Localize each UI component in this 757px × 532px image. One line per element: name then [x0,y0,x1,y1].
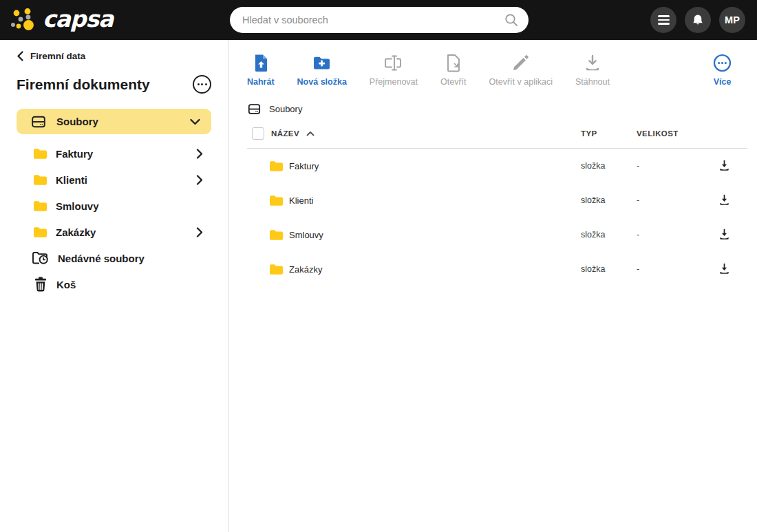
toolbar-button-label: Přejmenovat [370,77,418,87]
toolbar-button-label: Otevřít [440,77,467,87]
file-name[interactable]: Klienti [289,195,313,206]
sidebar-item-label: Koš [56,279,76,290]
sidebar-item-faktury[interactable]: Faktury [0,140,228,167]
download-icon [584,54,601,72]
upload-button[interactable]: Nahrát [247,54,275,87]
column-header-name[interactable]: NÁZEV [271,129,299,138]
file-type: složka [581,161,637,171]
files-table: NÁZEV TYP VELIKOST Faktury [247,127,747,286]
search-icon[interactable] [504,12,519,28]
location-breadcrumb[interactable]: Soubory [247,102,757,116]
folder-options-button[interactable] [193,75,211,94]
new-folder-button[interactable]: Nová složka [297,54,347,87]
bell-icon [691,13,705,27]
trash-icon [33,276,48,292]
folder-icon [269,160,284,172]
sidebar-nav: Soubory Faktury [0,109,228,297]
folder-icon [33,174,47,186]
select-all-checkbox[interactable] [252,127,264,140]
download-button[interactable]: Stáhnout [575,54,610,87]
row-download-button[interactable] [718,194,730,206]
notifications-button[interactable] [685,7,711,33]
file-type: složka [581,264,637,274]
sort-asc-icon[interactable] [306,131,314,136]
sidebar-item-nedavne-soubory[interactable]: Nedávné soubory [0,245,228,271]
file-name[interactable]: Smlouvy [289,230,323,240]
file-size: - [637,230,718,240]
open-in-app-button[interactable]: Otevřít v aplikaci [489,54,553,87]
search-bar[interactable] [230,7,529,33]
folder-icon [269,229,284,241]
sidebar-item-label: Soubory [56,116,98,127]
file-toolbar: Nahrát Nová složka [228,40,757,87]
row-download-button[interactable] [718,160,730,172]
toolbar-button-label: Nová složka [297,77,347,87]
chevron-down-icon[interactable] [190,118,200,125]
avatar-button[interactable]: MP [719,7,745,33]
sidebar-item-label: Zakázky [56,226,96,238]
page-title: Firemní dokumenty [17,76,150,93]
table-row[interactable]: Faktury složka - [247,149,747,183]
sidebar-item-label: Smlouvy [56,200,99,212]
file-name[interactable]: Zakázky [289,264,322,275]
row-download-button[interactable] [718,228,730,241]
chevron-left-icon [17,51,24,61]
drive-icon [247,102,262,116]
column-header-size[interactable]: VELIKOST [637,129,718,138]
sidebar-item-kos[interactable]: Koš [0,271,228,297]
folder-icon [269,195,284,206]
more-button-label: Více [714,77,732,87]
toolbar-button-label: Stáhnout [575,77,610,87]
sidebar-item-klienti[interactable]: Klienti [0,167,228,193]
folder-icon [33,148,47,160]
recent-files-icon [32,251,50,266]
toolbar-button-label: Nahrát [247,77,275,87]
topbar: capsa MP [0,0,757,40]
upload-file-icon [253,54,269,72]
file-size: - [637,195,718,205]
sidebar-item-label: Faktury [56,148,93,160]
sidebar-item-zakazky[interactable]: Zakázky [0,219,228,245]
new-folder-icon [312,54,331,72]
file-size: - [637,264,718,274]
rename-button[interactable]: Přejmenovat [370,54,418,87]
brand-logo[interactable]: capsa [10,6,113,35]
breadcrumb-label: Firemní data [30,51,85,61]
avatar-initials: MP [725,14,740,25]
sidebar: Firemní data Firemní dokumenty Soub [0,40,228,532]
chevron-right-icon[interactable] [196,227,203,237]
more-button[interactable]: Více [713,54,732,87]
folder-icon [33,200,47,212]
sidebar-item-smlouvy[interactable]: Smlouvy [0,193,228,219]
sidebar-item-soubory[interactable]: Soubory [17,109,211,134]
search-input[interactable] [242,14,504,25]
folder-icon [269,264,284,275]
column-header-type[interactable]: TYP [581,129,637,138]
open-in-app-icon [511,54,530,72]
row-download-button[interactable] [718,263,730,275]
table-row[interactable]: Smlouvy složka - [247,217,747,252]
logo-dots-icon [10,6,37,34]
chevron-right-icon[interactable] [196,175,203,185]
more-ellipsis-icon [713,54,732,72]
breadcrumb-back[interactable]: Firemní data [17,51,228,61]
location-label: Soubory [269,104,302,114]
sidebar-item-label: Klienti [56,174,87,186]
toolbar-button-label: Otevřít v aplikaci [489,77,553,87]
hamburger-icon [658,15,670,24]
topbar-actions: MP [650,7,745,33]
table-row[interactable]: Zakázky složka - [247,252,747,286]
folder-icon [33,226,47,238]
brand-name: capsa [43,6,113,35]
drive-icon [30,114,47,130]
ellipsis-icon [198,83,200,85]
menu-button[interactable] [650,7,676,33]
open-button[interactable]: Otevřít [440,54,467,87]
table-row[interactable]: Klienti složka - [247,183,747,217]
sidebar-item-label: Nedávné soubory [58,253,145,264]
chevron-right-icon[interactable] [196,149,203,159]
file-size: - [637,161,718,171]
file-name[interactable]: Faktury [289,161,319,171]
file-type: složka [581,230,637,240]
open-icon [445,54,462,72]
